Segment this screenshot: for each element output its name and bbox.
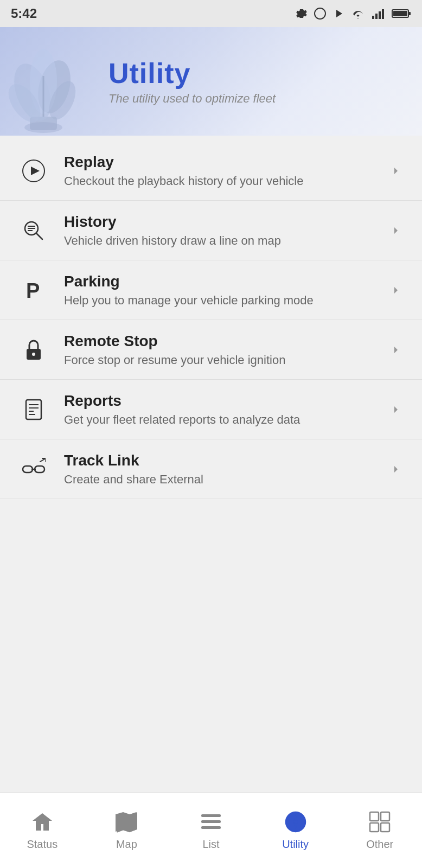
svg-point-0 bbox=[315, 8, 325, 19]
svg-rect-50 bbox=[381, 823, 389, 832]
bottom-nav: Status Map List Utility bbox=[0, 792, 422, 868]
parking-title: Parking bbox=[64, 273, 386, 290]
svg-rect-40 bbox=[201, 814, 221, 817]
page-title: Utility bbox=[108, 57, 276, 90]
status-time: 5:42 bbox=[11, 6, 37, 21]
menu-item-parking[interactable]: P Parking Help you to manage your vehicl… bbox=[0, 260, 422, 320]
svg-point-26 bbox=[32, 353, 35, 356]
lock-icon bbox=[16, 333, 51, 367]
status-icons bbox=[295, 7, 411, 20]
svg-rect-48 bbox=[381, 812, 389, 821]
page-subtitle: The utility used to optimize fleet bbox=[108, 92, 276, 106]
remote-stop-desc: Force stop or resume your vehicle igniti… bbox=[64, 353, 386, 367]
list-icon bbox=[199, 810, 223, 834]
menu-item-replay[interactable]: Replay Checkout the playback history of … bbox=[0, 141, 422, 201]
nav-item-other[interactable]: Other bbox=[337, 805, 422, 856]
nav-label-utility: Utility bbox=[282, 838, 309, 851]
compass-icon bbox=[284, 810, 308, 834]
replay-content: Replay Checkout the playback history of … bbox=[64, 154, 386, 188]
remote-stop-content: Remote Stop Force stop or resume your ve… bbox=[64, 333, 386, 367]
history-title: History bbox=[64, 213, 386, 231]
status-bar: 5:42 bbox=[0, 0, 422, 27]
nav-item-status[interactable]: Status bbox=[0, 805, 85, 856]
nav-label-list: List bbox=[202, 838, 219, 851]
page-header: Utility The utility used to optimize fle… bbox=[0, 27, 422, 136]
svg-rect-3 bbox=[375, 14, 378, 19]
play-small-icon bbox=[332, 7, 345, 20]
home-icon bbox=[30, 810, 54, 834]
svg-rect-47 bbox=[370, 812, 379, 821]
history-chevron bbox=[386, 221, 406, 240]
track-link-desc: Create and share External bbox=[64, 473, 386, 487]
svg-rect-5 bbox=[382, 9, 384, 19]
svg-rect-49 bbox=[370, 823, 379, 832]
reports-title: Reports bbox=[64, 392, 386, 410]
svg-rect-4 bbox=[379, 11, 381, 19]
menu-item-reports[interactable]: Reports Get your fleet related reports t… bbox=[0, 380, 422, 439]
svg-rect-2 bbox=[372, 16, 374, 19]
map-icon bbox=[114, 810, 138, 834]
menu-item-track-link[interactable]: Track Link Create and share External bbox=[0, 439, 422, 499]
nav-item-list[interactable]: List bbox=[169, 805, 253, 856]
parking-content: Parking Help you to manage your vehicle … bbox=[64, 273, 386, 308]
menu-item-history[interactable]: History Vehicle driven history draw a li… bbox=[0, 201, 422, 260]
svg-rect-7 bbox=[408, 12, 411, 15]
reports-desc: Get your fleet related reports to analyz… bbox=[64, 413, 386, 427]
replay-title: Replay bbox=[64, 154, 386, 171]
svg-rect-8 bbox=[393, 11, 407, 16]
svg-rect-27 bbox=[26, 400, 41, 419]
svg-rect-41 bbox=[201, 820, 221, 823]
reports-chevron bbox=[386, 400, 406, 419]
remote-stop-title: Remote Stop bbox=[64, 333, 386, 350]
settings-icon bbox=[295, 7, 308, 20]
menu-item-remote-stop[interactable]: Remote Stop Force stop or resume your ve… bbox=[0, 320, 422, 380]
header-text-block: Utility The utility used to optimize fle… bbox=[108, 57, 276, 106]
svg-line-20 bbox=[36, 233, 42, 239]
circle-icon bbox=[314, 7, 327, 20]
history-desc: Vehicle driven history draw a line on ma… bbox=[64, 234, 386, 248]
reports-icon bbox=[16, 392, 51, 427]
nav-label-other: Other bbox=[366, 838, 393, 851]
wifi-icon bbox=[350, 7, 366, 20]
nav-item-map[interactable]: Map bbox=[85, 805, 169, 856]
svg-point-46 bbox=[294, 820, 297, 824]
reports-content: Reports Get your fleet related reports t… bbox=[64, 392, 386, 427]
decorative-plant bbox=[0, 33, 87, 136]
svg-marker-18 bbox=[31, 167, 40, 175]
replay-chevron bbox=[386, 161, 406, 181]
tracklink-icon bbox=[16, 452, 51, 487]
svg-rect-32 bbox=[23, 466, 33, 473]
remote-stop-chevron bbox=[386, 340, 406, 360]
other-icon bbox=[368, 810, 392, 834]
history-icon bbox=[16, 213, 51, 248]
nav-label-map: Map bbox=[116, 838, 137, 851]
svg-marker-1 bbox=[336, 10, 342, 17]
nav-item-utility[interactable]: Utility bbox=[253, 805, 338, 856]
battery-icon bbox=[392, 7, 411, 20]
signal-icon bbox=[371, 7, 386, 20]
history-content: History Vehicle driven history draw a li… bbox=[64, 213, 386, 248]
parking-chevron bbox=[386, 280, 406, 300]
svg-rect-33 bbox=[35, 466, 44, 473]
parking-desc: Help you to manage your vehicle parking … bbox=[64, 293, 386, 308]
svg-text:P: P bbox=[26, 279, 40, 302]
nav-label-status: Status bbox=[27, 838, 57, 851]
track-link-content: Track Link Create and share External bbox=[64, 452, 386, 487]
track-link-title: Track Link bbox=[64, 452, 386, 469]
replay-icon bbox=[16, 154, 51, 188]
parking-icon: P bbox=[16, 273, 51, 308]
replay-desc: Checkout the playback history of your ve… bbox=[64, 174, 386, 188]
menu-list: Replay Checkout the playback history of … bbox=[0, 136, 422, 505]
svg-rect-42 bbox=[201, 826, 221, 829]
track-link-chevron bbox=[386, 459, 406, 479]
